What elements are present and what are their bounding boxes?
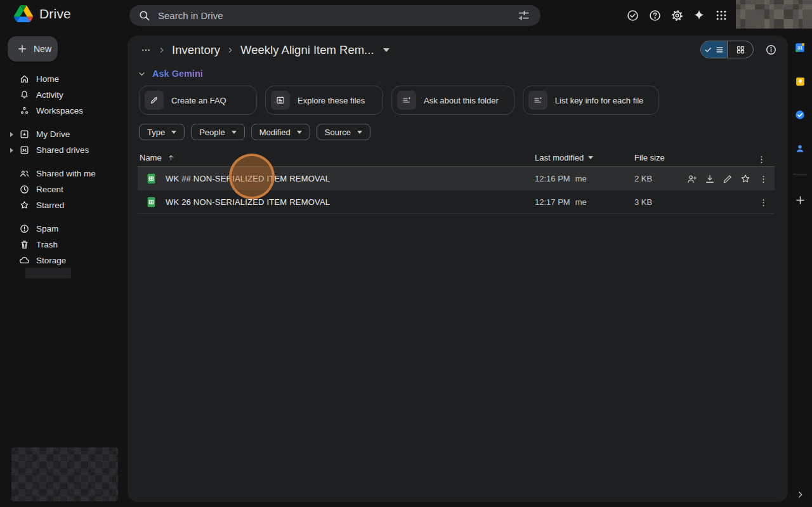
sidebar-item-label: Home [36,74,59,84]
caret-down-icon [171,131,176,134]
filter-type[interactable]: Type [139,124,185,140]
ask-gemini-toggle[interactable]: Ask Gemini [138,69,203,79]
suggestion-ask-folder[interactable]: Ask about this folder [391,86,514,115]
sidebar-item-label: Recent [36,185,63,194]
sidebar-item-spam[interactable]: Spam [0,221,128,237]
breadcrumb-current[interactable]: Weekly Aligni Item Rem... [237,43,377,57]
sidebar-item-label: Starred [36,201,64,210]
chip-label: Modified [259,128,291,137]
column-header-modified[interactable]: Last modified [535,153,593,162]
breadcrumb-overflow-icon[interactable] [136,42,155,58]
home-icon [18,74,30,84]
caret-down-icon [232,131,237,134]
caret-down-icon [297,131,302,134]
file-table: Name Last modified File size [138,150,775,214]
column-label: Name [140,153,162,162]
chevron-right-icon [226,46,234,54]
sidebar-item-label: Trash [36,240,58,249]
sidebar-item-starred[interactable]: Starred [0,197,128,213]
filter-people[interactable]: People [191,124,244,140]
clock-icon [18,184,30,195]
star-icon[interactable] [737,170,754,188]
list-view-button[interactable] [701,41,727,58]
sidebar-item-trash[interactable]: Trash [0,237,128,253]
sidebar-item-activity[interactable]: Activity [0,87,128,103]
sidebar-item-recent[interactable]: Recent [0,181,128,197]
list-spark-icon [528,91,547,110]
expand-arrow-icon[interactable] [10,132,13,137]
sidebar-item-shared-drives[interactable]: Shared drives [0,142,128,158]
suggestion-list-key-info[interactable]: List key info for each file [523,86,659,115]
account-avatar-redacted[interactable] [736,0,812,29]
file-row[interactable]: WK ## NON-SERIALIZED ITEM REMOVAL 12:16 … [138,167,775,190]
rename-pencil-icon[interactable] [719,170,737,188]
offline-status-icon[interactable] [624,7,641,23]
shared-drives-icon [18,145,30,155]
caret-down-icon [588,156,593,159]
drive-logo-icon [14,5,33,22]
svg-text:31: 31 [797,46,802,51]
grid-view-button[interactable] [727,41,753,58]
suggestion-create-faq[interactable]: Create an FAQ [139,86,257,115]
more-options-kebab-icon[interactable] [754,170,772,188]
expand-arrow-icon[interactable] [10,148,13,153]
workspaces-icon [18,105,30,116]
help-icon[interactable] [646,7,663,23]
suggestion-label: Create an FAQ [171,96,226,105]
folder-menu-caret-icon[interactable] [383,48,390,52]
settings-gear-icon[interactable] [669,7,685,23]
file-spark-icon [271,91,290,110]
view-toggle [700,41,754,58]
topbar-icon-group [624,7,730,23]
storage-usage-redacted [25,268,71,279]
tasks-icon[interactable] [792,107,808,123]
table-options-kebab-icon[interactable] [753,151,769,168]
sidebar-item-label: Spam [36,224,58,234]
chip-label: Source [325,128,351,137]
column-header-name[interactable]: Name [140,153,175,162]
new-button[interactable]: New [8,36,58,62]
search-input[interactable] [158,10,508,21]
keep-notes-icon[interactable] [792,73,808,89]
sidebar-item-workspaces[interactable]: Workspaces [0,103,128,119]
gemini-suggestions: Create an FAQ Explore these files Ask ab… [139,86,659,115]
bottom-left-redacted-block [11,447,118,501]
star-icon [18,200,30,211]
file-row[interactable]: WK 26 NON-SERIALIZED ITEM REMOVAL 12:17 … [138,190,775,214]
sidebar-item-my-drive[interactable]: My Drive [0,126,128,142]
hide-side-panel-chevron-icon[interactable] [792,486,808,503]
sidebar-item-shared-with-me[interactable]: Shared with me [0,166,128,181]
sidebar-item-storage[interactable]: Storage [0,253,128,268]
sheets-file-icon [146,197,157,207]
suggestion-label: Explore these files [298,96,365,105]
chevron-right-icon [158,46,166,54]
modified-time: 12:17 PM [535,197,570,207]
file-size: 2 KB [634,174,652,183]
gemini-sparkle-icon[interactable] [691,7,707,23]
filter-modified[interactable]: Modified [251,124,310,140]
calendar-icon[interactable]: 31 [792,39,808,56]
add-apps-plus-icon[interactable] [792,192,808,208]
details-info-icon[interactable] [763,41,779,58]
spam-icon [18,223,30,234]
sidebar-item-home[interactable]: Home [0,71,128,87]
suggestion-label: List key info for each file [555,96,643,105]
filter-source[interactable]: Source [317,124,370,140]
suggestion-explore-files[interactable]: Explore these files [265,86,383,115]
ask-gemini-label: Ask Gemini [152,69,203,79]
more-options-kebab-icon[interactable] [754,194,772,211]
column-header-size[interactable]: File size [634,153,665,162]
search-bar[interactable] [129,5,540,26]
breadcrumb-parent[interactable]: Inventory [168,43,224,57]
contacts-icon[interactable] [792,140,808,157]
list-icon [716,46,724,54]
sidebar-nav: Home Activity Workspaces [0,71,128,276]
suggestion-label: Ask about this folder [424,96,499,105]
apps-grid-icon[interactable] [713,7,730,23]
drive-logo[interactable]: Drive [14,5,71,22]
sort-ascending-icon [167,154,175,162]
search-options-icon[interactable] [515,8,532,24]
download-icon[interactable] [701,170,719,188]
chip-label: Type [147,128,165,137]
share-person-add-icon[interactable] [683,170,701,188]
